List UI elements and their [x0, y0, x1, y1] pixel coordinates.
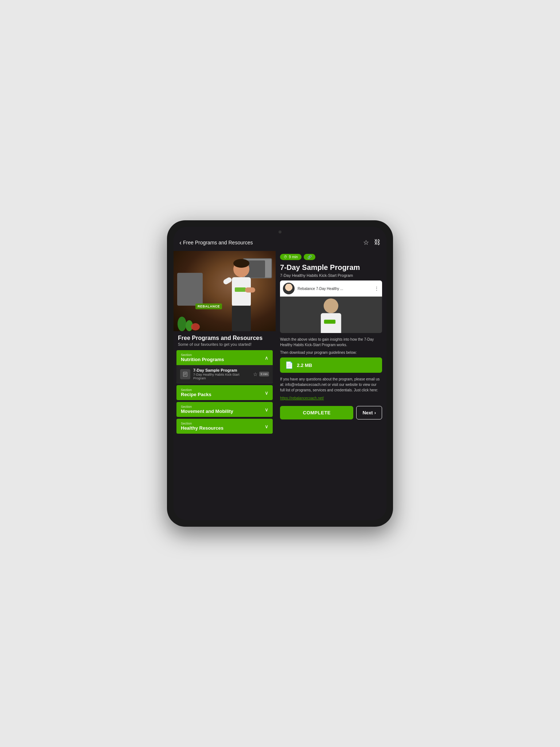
video-title: Rebalance 7-Day Healthy ... [298, 287, 371, 291]
accordion-body-nutrition: 7-Day Sample Program 7-Day Healthy Habit… [176, 365, 273, 383]
accordion-header-nutrition[interactable]: Section Nutrition Programs ∧ [176, 350, 273, 365]
vegetables [176, 313, 202, 331]
lesson-icon [180, 369, 190, 379]
next-arrow-icon: › [374, 410, 376, 415]
tablet-device: ‹ Free Programs and Resources ☆ ⛓ [167, 220, 393, 527]
section-prefix-healthy: Section [181, 422, 223, 425]
accordion-header-recipe[interactable]: Section Recipe Packs ∨ [176, 385, 273, 400]
lesson-star-icon[interactable]: ☆ [253, 371, 258, 377]
download-button[interactable]: 📄 2.2 MB [280, 357, 382, 373]
next-label: Next [362, 410, 373, 415]
description-text-1: Watch the above video to gain insights i… [280, 337, 382, 348]
accordion-header-healthy[interactable]: Section Healthy Resources ∨ [176, 419, 273, 434]
accordion-item-healthy: Section Healthy Resources ∨ [176, 419, 273, 434]
download-size: 2.2 MB [297, 363, 312, 368]
left-panel: REBALANCE Free Programs and Resources So… [174, 251, 276, 436]
section-name-nutrition: Nutrition Programs [181, 357, 224, 362]
lesson-info: 7-Day Sample Program 7-Day Healthy Habit… [193, 368, 250, 380]
tag-duration: ⏱ 9 min [280, 254, 301, 260]
back-label[interactable]: Free Programs and Resources [183, 240, 253, 245]
accordion-label-movement: Section Movement and Mobility [181, 405, 233, 414]
accordion-label-nutrition: Section Nutrition Programs [181, 353, 224, 362]
video-embed[interactable]: Rebalance 7-Day Healthy ... ⋮ [280, 280, 382, 333]
video-body[interactable] [280, 297, 382, 333]
tag-duration-label: 9 min [289, 255, 298, 259]
lesson-title: 7-Day Sample Program [193, 368, 250, 372]
svg-rect-3 [235, 287, 246, 292]
accordion-header-movement[interactable]: Section Movement and Mobility ∨ [176, 402, 273, 417]
section-name-movement: Movement and Mobility [181, 409, 233, 414]
video-thumb-person [283, 283, 295, 294]
section-prefix-recipe: Section [181, 388, 211, 392]
star-icon[interactable]: ☆ [363, 239, 369, 247]
complete-button[interactable]: COMPLETE [280, 406, 353, 419]
accordion: Section Nutrition Programs ∧ [176, 350, 273, 434]
svg-rect-5 [245, 287, 255, 293]
bottom-actions: COMPLETE Next › [280, 406, 382, 422]
page-subtitle: Some of our favourites to get you starte… [178, 342, 271, 347]
svg-rect-17 [324, 320, 335, 324]
svg-rect-6 [232, 306, 251, 331]
video-options-icon[interactable]: ⋮ [374, 286, 379, 291]
file-icon: 📄 [285, 361, 293, 369]
lesson-desc: 7-Day Healthy Habits Kick-Start Program [193, 373, 250, 380]
chevron-down-icon-recipe: ∨ [265, 390, 268, 396]
link-icon[interactable]: ⛓ [374, 239, 381, 247]
content-area: REBALANCE Free Programs and Resources So… [174, 251, 386, 436]
chevron-down-icon-movement: ∨ [265, 407, 268, 413]
link-tag-icon: 🔗 [307, 255, 312, 259]
accordion-item-movement: Section Movement and Mobility ∨ [176, 402, 273, 417]
lesson-meta: ☆ 9 min [253, 371, 269, 377]
svg-point-9 [191, 323, 200, 330]
section-prefix-nutrition: Section [181, 353, 224, 357]
website-link[interactable]: https://rebalancecoach.net/ [280, 396, 324, 400]
chevron-down-icon-healthy: ∨ [265, 423, 268, 429]
section-name-healthy: Healthy Resources [181, 425, 223, 431]
accordion-item-recipe: Section Recipe Packs ∨ [176, 385, 273, 400]
accordion-item-nutrition: Section Nutrition Programs ∧ [176, 350, 273, 383]
right-panel: ⏱ 9 min 🔗 7-Day Sample Program 7-Day Hea… [276, 251, 386, 436]
svg-point-15 [324, 298, 338, 313]
video-thumbnail [283, 283, 295, 294]
svg-point-1 [233, 259, 249, 268]
video-bg [280, 297, 382, 333]
kitchen-scene: REBALANCE [174, 251, 276, 331]
page-title: Free Programs and Resources [178, 335, 271, 341]
hero-image: REBALANCE [174, 251, 276, 331]
video-header: Rebalance 7-Day Healthy ... ⋮ [280, 280, 382, 297]
section-prefix-movement: Section [181, 405, 233, 409]
accordion-label-healthy: Section Healthy Resources [181, 422, 223, 431]
chevron-up-icon: ∧ [265, 355, 268, 361]
accordion-label-recipe: Section Recipe Packs [181, 388, 211, 397]
screen: ‹ Free Programs and Resources ☆ ⛓ [174, 227, 386, 520]
camera [279, 231, 281, 233]
header: ‹ Free Programs and Resources ☆ ⛓ [174, 236, 386, 251]
section-title-area: Free Programs and Resources Some of our … [174, 331, 276, 348]
section-name-recipe: Recipe Packs [181, 392, 211, 397]
svg-point-7 [178, 317, 186, 331]
content-title: 7-Day Sample Program [280, 263, 382, 272]
back-icon[interactable]: ‹ [179, 239, 182, 247]
content-subtitle: 7-Day Healthy Habits Kick-Start Program [280, 273, 382, 278]
person-illustration [216, 258, 260, 331]
logo-badge: REBALANCE [195, 303, 222, 309]
clock-icon: ⏱ [284, 255, 287, 259]
lesson-duration: 9 min [259, 372, 269, 376]
next-button[interactable]: Next › [356, 406, 382, 419]
description-text-2: Then download your program guidelines be… [280, 350, 382, 355]
header-right: ☆ ⛓ [363, 239, 381, 247]
svg-rect-4 [222, 276, 233, 285]
header-left[interactable]: ‹ Free Programs and Resources [179, 239, 253, 247]
tag-link[interactable]: 🔗 [304, 254, 315, 260]
info-text: If you have any questions about the prog… [280, 376, 382, 393]
lesson-item-7day[interactable]: 7-Day Sample Program 7-Day Healthy Habit… [176, 365, 273, 383]
oven-panel [177, 273, 203, 306]
book-icon [183, 372, 188, 377]
tags-row: ⏱ 9 min 🔗 [280, 254, 382, 260]
